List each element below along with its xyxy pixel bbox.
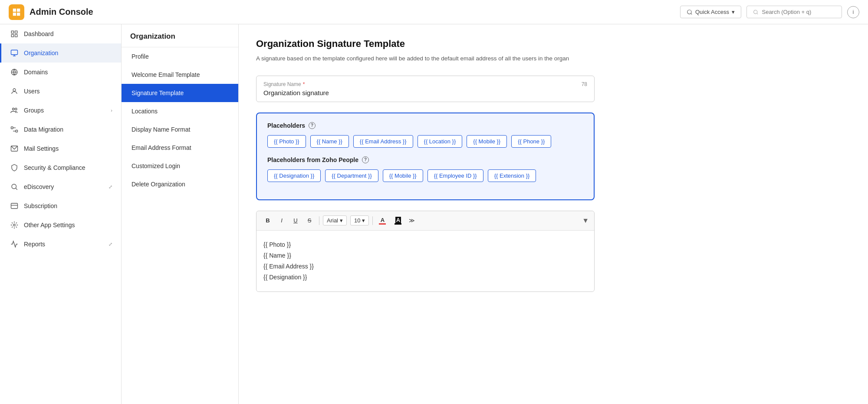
sidebar-item-mail-settings[interactable]: Mail Settings	[0, 139, 121, 158]
editor-wrapper: B I U S Arial ▾ 10 ▾ A A	[256, 211, 595, 292]
mid-item-delete-org[interactable]: Delete Organization	[122, 175, 238, 193]
editor-line-4: {{ Designation }}	[263, 272, 587, 283]
svg-line-20	[16, 188, 17, 189]
mid-item-signature-template[interactable]: Signature Template	[122, 84, 238, 102]
sidebar-item-ediscovery[interactable]: eDiscovery ⤢	[0, 177, 121, 196]
users-icon	[10, 87, 19, 96]
mid-item-profile[interactable]: Profile	[122, 47, 238, 66]
editor-line-1: {{ Photo }}	[263, 239, 587, 250]
reports-ext-icon: ⤢	[108, 242, 112, 247]
mid-item-locations[interactable]: Locations	[122, 102, 238, 120]
groups-chevron-icon: ›	[111, 108, 112, 113]
placeholder-employee-id[interactable]: {{ Employee ID }}	[427, 169, 483, 182]
font-bg-color-button[interactable]: A	[392, 215, 404, 227]
placeholders-help-icon[interactable]: ?	[309, 122, 316, 129]
other-app-icon	[10, 221, 19, 229]
sidebar-item-users[interactable]: Users	[0, 82, 121, 101]
italic-button[interactable]: I	[276, 215, 288, 227]
svg-line-3	[757, 13, 758, 14]
app-title: Admin Console	[30, 7, 93, 17]
mid-item-email-address[interactable]: Email Address Format	[122, 139, 238, 157]
sidebar-item-reports[interactable]: Reports ⤢	[0, 235, 121, 254]
placeholders-zoho-help-icon[interactable]: ?	[362, 156, 369, 163]
placeholder-name[interactable]: {{ Name }}	[310, 135, 349, 148]
placeholder-department[interactable]: {{ Department }}	[325, 169, 378, 182]
mid-item-customized-login[interactable]: Customized Login	[122, 157, 238, 175]
placeholder-phone[interactable]: {{ Phone }}	[511, 135, 551, 148]
sidebar-item-security[interactable]: Security & Compliance	[0, 158, 121, 177]
editor-toolbar: B I U S Arial ▾ 10 ▾ A A	[256, 211, 594, 231]
sidebar-label-organization: Organization	[24, 50, 58, 56]
ediscovery-icon	[10, 182, 19, 191]
sidebar-item-groups[interactable]: Groups ›	[0, 101, 121, 120]
domains-icon	[10, 68, 19, 76]
svg-point-0	[687, 10, 691, 13]
sidebar-label-security: Security & Compliance	[24, 164, 85, 171]
underline-button[interactable]: U	[289, 215, 302, 227]
sidebar-item-organization[interactable]: Organization	[0, 43, 121, 63]
sidebar-item-data-migration[interactable]: Data Migration	[0, 120, 121, 139]
svg-point-14	[13, 108, 15, 110]
placeholder-zoho-mobile[interactable]: {{ Mobile }}	[383, 169, 423, 182]
svg-rect-6	[11, 35, 13, 37]
mid-item-display-name[interactable]: Display Name Format	[122, 120, 238, 139]
svg-rect-5	[15, 31, 17, 33]
editor-line-3: {{ Email Address }}	[263, 261, 587, 272]
svg-point-15	[15, 108, 17, 110]
char-count: 78	[582, 81, 587, 87]
placeholder-designation[interactable]: {{ Designation }}	[267, 169, 321, 182]
signature-name-input[interactable]	[263, 89, 587, 96]
sidebar-item-other-app[interactable]: Other App Settings	[0, 215, 121, 235]
mid-item-welcome-email[interactable]: Welcome Email Template	[122, 66, 238, 84]
more-options-button[interactable]: ≫	[406, 215, 418, 227]
sidebar-label-groups: Groups	[24, 107, 44, 114]
bold-button[interactable]: B	[262, 215, 274, 227]
header-right: Quick Access ▾ i	[680, 6, 859, 18]
placeholder-mobile[interactable]: {{ Mobile }}	[467, 135, 507, 148]
svg-point-13	[13, 89, 16, 91]
reports-icon	[10, 240, 19, 248]
page-description: A signature based on the template config…	[256, 54, 851, 63]
search-input[interactable]	[762, 9, 835, 15]
subscription-icon	[10, 202, 19, 210]
data-migration-icon	[10, 125, 19, 134]
sidebar-item-subscription[interactable]: Subscription	[0, 196, 121, 215]
mail-icon	[10, 144, 19, 153]
info-icon[interactable]: i	[847, 6, 859, 18]
placeholder-email-address[interactable]: {{ Email Address }}	[353, 135, 413, 148]
sidebar-label-subscription: Subscription	[24, 202, 57, 209]
expand-button[interactable]: ▼	[582, 217, 589, 225]
sidebar-item-domains[interactable]: Domains	[0, 63, 121, 82]
svg-rect-4	[11, 31, 13, 33]
placeholders-title: Placeholders ?	[267, 122, 583, 129]
placeholders-zoho-title: Placeholders from Zoho People ?	[267, 156, 583, 163]
editor-line-2: {{ Name }}	[263, 250, 587, 261]
svg-point-23	[13, 224, 16, 226]
font-size-select[interactable]: 10 ▾	[350, 215, 369, 225]
sidebar-label-domains: Domains	[24, 69, 48, 76]
dashboard-icon	[10, 30, 19, 38]
font-family-select[interactable]: Arial ▾	[323, 215, 347, 225]
quick-access-chevron: ▾	[732, 9, 735, 15]
font-color-button[interactable]: A	[376, 215, 388, 227]
groups-icon	[10, 106, 19, 115]
toolbar-separator-2	[372, 216, 373, 225]
font-color-bar	[379, 223, 386, 225]
svg-rect-7	[15, 35, 17, 37]
svg-line-1	[691, 13, 692, 14]
search-box[interactable]	[746, 6, 842, 18]
quick-access-label: Quick Access	[695, 9, 729, 15]
strikethrough-button[interactable]: S	[303, 215, 316, 227]
placeholder-tags-row1: {{ Photo }} {{ Name }} {{ Email Address …	[267, 135, 583, 148]
main-content: Organization Signature Template A signat…	[239, 24, 868, 404]
svg-rect-8	[11, 50, 18, 55]
placeholder-location[interactable]: {{ Location }}	[418, 135, 463, 148]
sidebar-item-dashboard[interactable]: Dashboard	[0, 24, 121, 43]
placeholder-photo[interactable]: {{ Photo }}	[267, 135, 306, 148]
editor-body[interactable]: {{ Photo }} {{ Name }} {{ Email Address …	[256, 231, 594, 292]
toolbar-separator-1	[319, 216, 319, 225]
svg-rect-21	[11, 203, 18, 209]
ediscovery-ext-icon: ⤢	[108, 184, 112, 190]
quick-access-button[interactable]: Quick Access ▾	[680, 6, 741, 18]
placeholder-extension[interactable]: {{ Extension }}	[488, 169, 536, 182]
